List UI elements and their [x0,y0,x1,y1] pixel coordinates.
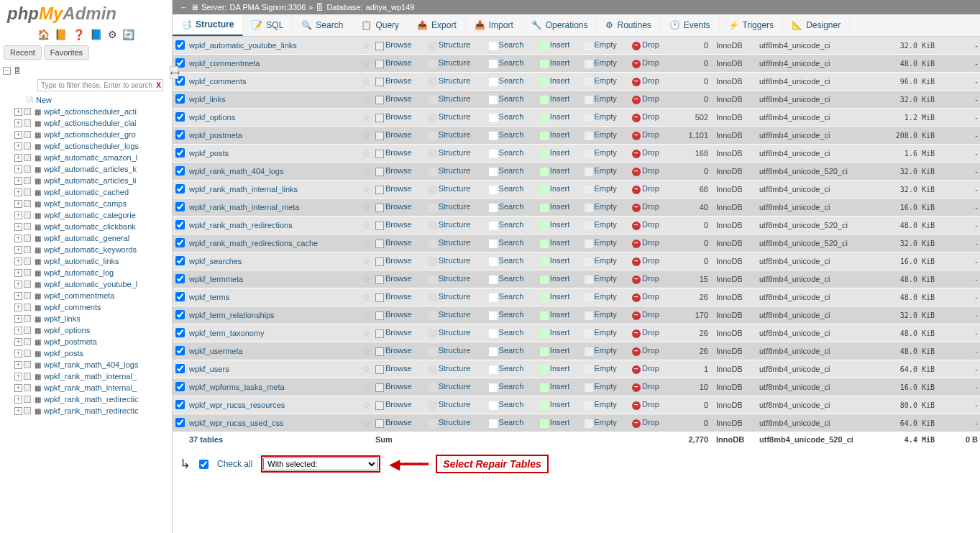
action-insert[interactable]: Insert [538,163,582,181]
table-name[interactable]: wpkf_options [187,109,360,127]
tree-table-item[interactable]: +▦wpkf_automatic_keywords [3,244,169,255]
tree-table-item[interactable]: +▦wpkf_rank_math_redirectic [3,405,169,416]
favorite-star-icon[interactable]: ☆ [360,199,373,217]
link-icon[interactable] [24,258,31,265]
expand-icon[interactable]: + [14,361,22,369]
action-structure[interactable]: Structure [426,396,487,414]
action-drop[interactable]: −Drop [630,55,671,73]
expand-icon[interactable]: + [14,154,22,162]
expand-icon[interactable]: + [14,131,22,139]
action-browse[interactable]: Browse [373,234,426,252]
check-all-label[interactable]: Check all [217,459,252,469]
action-browse[interactable]: Browse [373,145,426,163]
tree-table-item[interactable]: +▦wpkf_commentmeta [3,290,169,301]
action-empty[interactable]: Empty [582,360,630,378]
table-name[interactable]: wpkf_users [187,360,360,378]
tree-table-item[interactable]: +▦wpkf_rank_math_internal_ [3,370,169,382]
row-checkbox[interactable] [175,418,185,427]
action-browse[interactable]: Browse [373,288,426,306]
tree-table-item[interactable]: +▦wpkf_rank_math_internal_ [3,382,169,393]
action-empty[interactable]: Empty [582,378,630,396]
tab-query[interactable]: 📋Query [352,14,408,36]
table-name[interactable]: wpkf_automatic_youtube_links [187,37,360,55]
link-icon[interactable] [24,154,31,161]
action-structure[interactable]: Structure [426,360,487,378]
expand-icon[interactable]: + [14,119,22,127]
action-drop[interactable]: −Drop [630,324,671,342]
action-structure[interactable]: Structure [426,73,487,91]
tree-table-item[interactable]: +▦wpkf_actionscheduler_gro [3,129,169,140]
action-insert[interactable]: Insert [538,288,582,306]
nav-back-icon[interactable]: ← [180,3,188,12]
table-name[interactable]: wpkf_wpr_rucss_used_css [187,414,360,432]
action-empty[interactable]: Empty [582,181,630,199]
tree-table-item[interactable]: +▦wpkf_rank_math_404_logs [3,359,169,370]
action-search[interactable]: Search [487,342,538,360]
action-search[interactable]: Search [487,109,538,127]
action-insert[interactable]: Insert [538,145,582,163]
action-insert[interactable]: Insert [538,91,582,109]
expand-icon[interactable]: + [14,338,22,346]
action-drop[interactable]: −Drop [630,109,671,127]
row-checkbox[interactable] [175,238,185,247]
action-drop[interactable]: −Drop [630,270,671,288]
link-icon[interactable] [24,142,31,150]
link-icon[interactable] [24,211,31,219]
action-structure[interactable]: Structure [426,37,487,55]
tree-filter-input[interactable]: Type to filter these, Enter to search X [37,79,163,91]
action-search[interactable]: Search [487,181,538,199]
action-drop[interactable]: −Drop [630,288,671,306]
action-insert[interactable]: Insert [538,73,582,91]
action-structure[interactable]: Structure [426,109,487,127]
action-search[interactable]: Search [487,234,538,252]
tab-import[interactable]: 📥Import [466,14,523,36]
row-checkbox[interactable] [175,382,185,391]
action-insert[interactable]: Insert [538,342,582,360]
tree-table-item[interactable]: +▦wpkf_automatic_youtube_l [3,278,169,290]
sidebar-collapse-handle[interactable]: ⟷ [170,66,178,79]
action-empty[interactable]: Empty [582,163,630,181]
favorite-star-icon[interactable]: ☆ [360,163,373,181]
action-empty[interactable]: Empty [582,55,630,73]
row-checkbox[interactable] [175,94,185,104]
expand-icon[interactable]: + [14,165,22,173]
action-browse[interactable]: Browse [373,252,426,270]
link-icon[interactable] [24,373,31,380]
home-icon[interactable]: 🏠 [37,29,50,40]
row-checkbox[interactable] [175,112,185,122]
tree-table-item[interactable]: +▦wpkf_links [3,313,169,324]
action-search[interactable]: Search [487,378,538,396]
action-insert[interactable]: Insert [538,378,582,396]
action-search[interactable]: Search [487,396,538,414]
action-browse[interactable]: Browse [373,396,426,414]
action-insert[interactable]: Insert [538,181,582,199]
expand-icon[interactable]: + [14,350,22,357]
link-icon[interactable] [24,234,31,242]
action-drop[interactable]: −Drop [630,145,671,163]
tree-table-item[interactable]: +▦wpkf_rank_math_redirectic [3,393,169,405]
action-insert[interactable]: Insert [538,37,582,55]
action-empty[interactable]: Empty [582,199,630,217]
action-browse[interactable]: Browse [373,414,426,432]
favorite-star-icon[interactable]: ☆ [360,324,373,342]
table-name[interactable]: wpkf_posts [187,145,360,163]
tab-search[interactable]: 🔍Search [293,14,352,36]
expand-icon[interactable]: + [14,373,22,381]
action-search[interactable]: Search [487,360,538,378]
expand-icon[interactable]: + [14,327,22,334]
table-name[interactable]: wpkf_searches [187,252,360,270]
table-name[interactable]: wpkf_usermeta [187,342,360,360]
table-name[interactable]: wpkf_commentmeta [187,55,360,73]
favorite-star-icon[interactable]: ☆ [360,37,373,55]
action-drop[interactable]: −Drop [630,91,671,109]
action-drop[interactable]: −Drop [630,199,671,217]
link-icon[interactable] [24,396,31,403]
row-checkbox[interactable] [175,220,185,229]
table-name[interactable]: wpkf_term_relationships [187,306,360,324]
with-selected-dropdown[interactable]: With selected: [263,457,378,470]
tree-table-item[interactable]: +▦wpkf_automatic_cached [3,186,169,198]
tab-designer[interactable]: 📐Designer [783,14,850,36]
action-drop[interactable]: −Drop [630,163,671,181]
tree-table-item[interactable]: +▦wpkf_posts [3,347,169,359]
tree-new[interactable]: 📄 New [3,94,169,106]
